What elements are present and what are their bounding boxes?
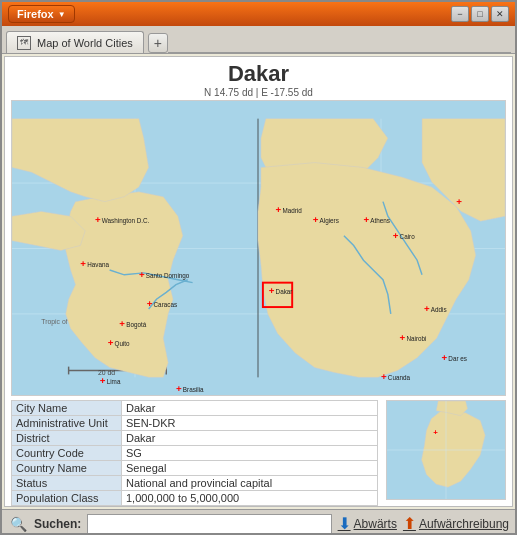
tab-map-world-cities[interactable]: 🗺 Map of World Cities	[6, 31, 144, 53]
table-row: Country CodeSG	[12, 446, 378, 461]
maximize-button[interactable]: □	[471, 6, 489, 22]
info-label: City Name	[12, 401, 122, 416]
info-label: District	[12, 431, 122, 446]
svg-text:Quito: Quito	[115, 340, 131, 348]
svg-text:+: +	[393, 230, 399, 241]
city-name: Dakar	[5, 61, 512, 87]
svg-text:Dakar: Dakar	[276, 288, 293, 295]
svg-text:+: +	[95, 214, 101, 225]
svg-text:Athens: Athens	[370, 217, 390, 224]
svg-text:+: +	[363, 214, 369, 225]
info-label: Population Class	[12, 491, 122, 506]
svg-text:Cairo: Cairo	[400, 233, 416, 240]
main-content: Dakar N 14.75 dd | E -17.55 dd Tropic of…	[4, 56, 513, 507]
table-row: Population Class1,000,000 to 5,000,000	[12, 491, 378, 506]
svg-text:+: +	[176, 383, 182, 394]
svg-text:Cuanda: Cuanda	[388, 374, 411, 381]
search-up-label: Aufwärchreibung	[419, 517, 509, 531]
info-value: Senegal	[122, 461, 378, 476]
svg-text:Algiers: Algiers	[320, 217, 339, 225]
info-panel: City NameDakarAdministrative UnitSEN-DKR…	[5, 396, 512, 506]
svg-text:Lima: Lima	[107, 378, 121, 385]
svg-text:Havana: Havana	[87, 261, 109, 268]
table-row: StatusNational and provincial capital	[12, 476, 378, 491]
info-value: Dakar	[122, 431, 378, 446]
svg-text:Brasilia: Brasilia	[183, 386, 204, 393]
city-header: Dakar N 14.75 dd | E -17.55 dd	[5, 57, 512, 100]
svg-text:+: +	[100, 375, 106, 386]
svg-text:+: +	[313, 214, 319, 225]
search-label: Suchen:	[34, 517, 81, 531]
svg-text:+: +	[269, 285, 275, 296]
svg-text:+: +	[139, 269, 145, 280]
search-down-label: Abwärts	[354, 517, 397, 531]
search-bar: 🔍 Suchen: ⬇ Abwärts ⬆ Aufwärchreibung	[2, 509, 515, 535]
svg-text:Nairobi: Nairobi	[406, 335, 426, 342]
svg-text:+: +	[80, 258, 86, 269]
arrow-down-icon: ⬇	[338, 514, 351, 533]
tab-label: Map of World Cities	[37, 37, 133, 49]
info-value: National and provincial capital	[122, 476, 378, 491]
svg-text:Dar es: Dar es	[448, 355, 467, 362]
svg-text:+: +	[276, 204, 282, 215]
tab-page-icon: 🗺	[17, 36, 31, 50]
table-row: Administrative UnitSEN-DKR	[12, 416, 378, 431]
search-icon[interactable]: 🔍	[8, 514, 28, 534]
svg-text:+: +	[424, 303, 430, 314]
svg-text:Caracas: Caracas	[154, 301, 178, 308]
mini-map[interactable]: +	[386, 400, 506, 500]
svg-text:Santo Domingo: Santo Domingo	[146, 272, 190, 280]
svg-text:+: +	[108, 337, 114, 348]
info-value: Dakar	[122, 401, 378, 416]
new-tab-button[interactable]: +	[148, 33, 168, 53]
table-row: City NameDakar	[12, 401, 378, 416]
svg-text:+: +	[400, 332, 406, 343]
info-value: 1,000,000 to 5,000,000	[122, 491, 378, 506]
info-label: Status	[12, 476, 122, 491]
table-row: DistrictDakar	[12, 431, 378, 446]
search-up-button[interactable]: ⬆ Aufwärchreibung	[403, 514, 509, 533]
tabbar: 🗺 Map of World Cities +	[2, 26, 515, 54]
info-label: Country Name	[12, 461, 122, 476]
city-info-table: City NameDakarAdministrative UnitSEN-DKR…	[11, 400, 378, 506]
minimize-button[interactable]: −	[451, 6, 469, 22]
svg-text:+: +	[119, 318, 125, 329]
city-coordinates: N 14.75 dd | E -17.55 dd	[5, 87, 512, 98]
main-map[interactable]: Tropic of Capricorn 30N 20 dd	[11, 100, 506, 396]
search-input[interactable]	[87, 514, 331, 534]
table-row: Country NameSenegal	[12, 461, 378, 476]
info-label: Administrative Unit	[12, 416, 122, 431]
svg-text:+: +	[433, 428, 438, 437]
tab-spacer	[168, 52, 511, 53]
svg-text:Madrid: Madrid	[282, 207, 302, 214]
svg-text:+: +	[442, 352, 448, 363]
arrow-up-icon: ⬆	[403, 514, 416, 533]
window-controls: − □ ✕	[451, 6, 509, 22]
svg-text:+: +	[147, 298, 153, 309]
svg-text:+: +	[381, 371, 387, 382]
svg-text:Washington D.C.: Washington D.C.	[102, 217, 150, 225]
info-label: Country Code	[12, 446, 122, 461]
svg-text:+: +	[456, 196, 462, 207]
svg-text:Addis: Addis	[431, 306, 447, 313]
titlebar: Firefox − □ ✕	[2, 2, 515, 26]
info-value: SEN-DKR	[122, 416, 378, 431]
svg-text:Bogotá: Bogotá	[126, 321, 147, 329]
firefox-menu-button[interactable]: Firefox	[8, 5, 75, 23]
search-down-button[interactable]: ⬇ Abwärts	[338, 514, 397, 533]
info-value: SG	[122, 446, 378, 461]
close-button[interactable]: ✕	[491, 6, 509, 22]
